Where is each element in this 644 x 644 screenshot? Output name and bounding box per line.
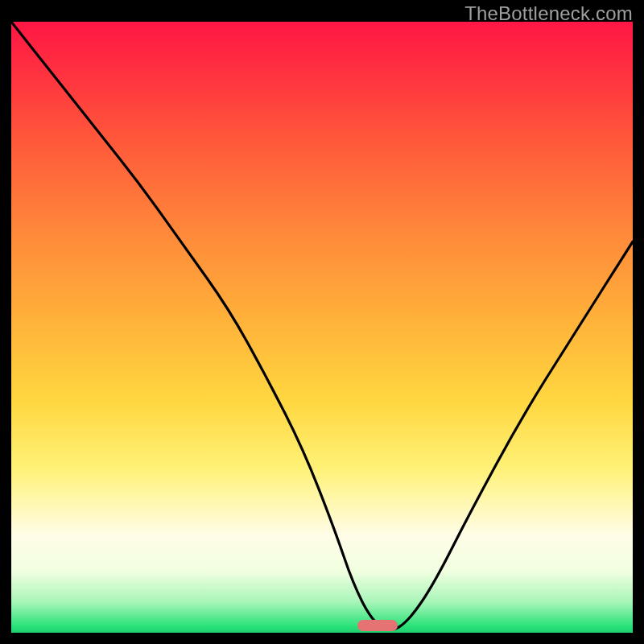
chart-frame — [11, 22, 633, 633]
bottleneck-curve — [11, 22, 633, 633]
optimal-range-marker — [357, 620, 398, 631]
